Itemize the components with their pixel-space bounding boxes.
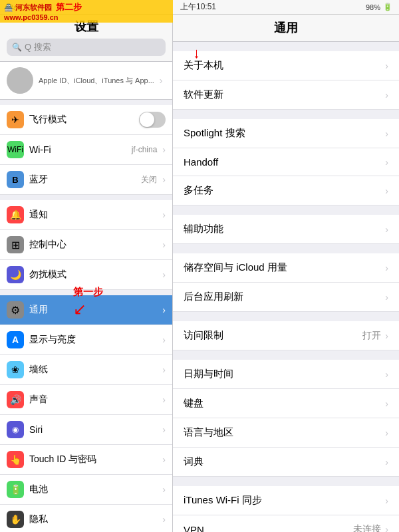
siri-icon: ◉ <box>7 421 24 438</box>
avatar <box>7 67 33 94</box>
sidebar-item-sound[interactable]: 🔊 声音 › <box>0 385 172 415</box>
multitask-label: 多任务 <box>184 184 385 197</box>
right-item-background[interactable]: 后台应用刷新 › <box>173 283 399 312</box>
wallpaper-chevron: › <box>162 364 166 375</box>
about-chevron: › <box>385 61 388 71</box>
wifi-icon: WiFi <box>7 141 24 158</box>
itunes-wifi-label: iTunes Wi-Fi 同步 <box>184 494 385 507</box>
touchid-icon: 👆 <box>7 451 24 468</box>
right-item-language[interactable]: 语言与地区 › <box>173 418 399 448</box>
sound-chevron: › <box>162 394 166 405</box>
sidebar-item-siri[interactable]: ◉ Siri › <box>0 415 172 445</box>
sidebar-section-connectivity: ✈ 飞行模式 WiFi Wi-Fi jf-china › B 蓝牙 关闭 › <box>0 105 172 195</box>
privacy-chevron: › <box>162 514 166 525</box>
display-icon: A <box>7 331 24 348</box>
restriction-value: 打开 <box>362 330 381 342</box>
sidebar-item-display[interactable]: A 显示与亮度 › <box>0 325 172 355</box>
general-icon: ⚙ <box>7 301 24 319</box>
sidebar-item-touchid[interactable]: 👆 Touch ID 与密码 › <box>0 445 172 475</box>
datetime-label: 日期与时间 <box>184 368 385 380</box>
spotlight-label: Spotlight 搜索 <box>184 127 385 140</box>
right-item-spotlight[interactable]: Spotlight 搜索 › <box>173 119 399 148</box>
language-label: 语言与地区 <box>184 426 385 439</box>
airplane-toggle[interactable] <box>139 112 166 128</box>
right-item-storage[interactable]: 储存空间与 iCloud 用量 › <box>173 253 399 283</box>
vpn-chevron: › <box>385 524 388 532</box>
dictionary-label: 词典 <box>184 456 385 468</box>
battery-text: 98% <box>366 3 380 11</box>
right-item-about[interactable]: 关于本机 › <box>173 51 399 80</box>
sidebar-item-bluetooth[interactable]: B 蓝牙 关闭 › <box>0 165 172 195</box>
sidebar-item-notification[interactable]: 🔔 通知 › <box>0 200 172 230</box>
right-item-vpn[interactable]: VPN 未连接 › <box>173 515 399 532</box>
right-section-about: ↓ 关于本机 › 软件更新 › <box>173 51 399 110</box>
sidebar-item-dnd[interactable]: 🌙 勿扰模式 › <box>0 260 172 290</box>
battery-icon: 🔋 <box>383 3 392 11</box>
dnd-label: 勿扰模式 <box>29 269 157 281</box>
status-right: 98% 🔋 <box>366 3 392 11</box>
sidebar-item-general[interactable]: ⚙ 通用 › <box>0 295 172 325</box>
status-bar: iPad ᠊ 上午10:51 98% 🔋 <box>0 0 399 15</box>
right-section-restriction: 访问限制 打开 › <box>173 321 399 350</box>
control-chevron: › <box>162 239 166 250</box>
right-item-dictionary[interactable]: 词典 › <box>173 448 399 477</box>
sidebar-header: 设置 🔍 Q 搜索 <box>0 15 172 62</box>
general-chevron: › <box>162 305 166 315</box>
right-section-accessibility: 辅助功能 › <box>173 215 399 244</box>
accessibility-label: 辅助功能 <box>184 223 385 235</box>
privacy-label: 隐私 <box>29 513 157 525</box>
right-item-keyboard[interactable]: 键盘 › <box>173 389 399 418</box>
dnd-icon: 🌙 <box>7 266 24 283</box>
accessibility-chevron: › <box>385 224 388 235</box>
background-label: 后台应用刷新 <box>184 291 385 303</box>
right-item-update[interactable]: 软件更新 › <box>173 80 399 110</box>
status-time: 上午10:51 <box>180 1 216 13</box>
right-item-restriction[interactable]: 访问限制 打开 › <box>173 321 399 350</box>
sidebar-item-privacy[interactable]: ✋ 隐私 › <box>0 505 172 532</box>
vpn-label: VPN <box>184 524 353 533</box>
notification-icon: 🔔 <box>7 206 24 223</box>
sidebar-item-wallpaper[interactable]: ❀ 墙纸 › <box>0 355 172 385</box>
storage-chevron: › <box>385 263 388 273</box>
handoff-chevron: › <box>385 157 388 168</box>
profile-row[interactable]: Apple ID、iCloud、iTunes 与 App... › <box>0 62 172 100</box>
display-chevron: › <box>162 334 166 345</box>
search-placeholder: Q 搜索 <box>25 41 51 53</box>
siri-chevron: › <box>162 424 166 435</box>
about-label: 关于本机 <box>184 59 385 72</box>
notification-chevron: › <box>162 209 166 220</box>
multitask-chevron: › <box>385 186 388 196</box>
sidebar-item-control[interactable]: ⊞ 控制中心 › <box>0 230 172 260</box>
bluetooth-icon: B <box>7 171 24 188</box>
right-item-multitask[interactable]: 多任务 › <box>173 176 399 205</box>
right-panel: 通用 ↓ 关于本机 › 软件更新 › Spotlight 搜索 › Handof… <box>173 15 399 532</box>
update-label: 软件更新 <box>184 88 385 101</box>
search-bar[interactable]: 🔍 Q 搜索 <box>7 39 166 56</box>
right-item-itunes-wifi[interactable]: iTunes Wi-Fi 同步 › <box>173 486 399 515</box>
right-section-itunes: iTunes Wi-Fi 同步 › VPN 未连接 › <box>173 486 399 532</box>
sidebar-item-battery[interactable]: 🔋 电池 › <box>0 475 172 505</box>
sound-icon: 🔊 <box>7 391 24 408</box>
profile-text: Apple ID、iCloud、iTunes 与 App... <box>39 76 154 86</box>
restriction-label: 访问限制 <box>184 329 362 342</box>
sidebar-section-general: ⚙ 通用 › A 显示与亮度 › ❀ 墙纸 › 🔊 声音 › ◉ Siri <box>0 295 172 532</box>
battery-chevron: › <box>162 484 166 495</box>
vpn-value: 未连接 <box>353 523 381 532</box>
right-item-handoff[interactable]: Handoff › <box>173 148 399 176</box>
sidebar-item-wifi[interactable]: WiFi Wi-Fi jf-china › <box>0 135 172 165</box>
touchid-label: Touch ID 与密码 <box>29 454 157 466</box>
touchid-chevron: › <box>162 454 166 465</box>
sound-label: 声音 <box>29 394 157 406</box>
storage-label: 储存空间与 iCloud 用量 <box>184 261 385 274</box>
battery-icon: 🔋 <box>7 481 24 498</box>
sidebar-item-airplane[interactable]: ✈ 飞行模式 <box>0 105 172 135</box>
restriction-chevron: › <box>385 331 388 341</box>
airplane-toggle-knob <box>140 112 154 127</box>
wifi-value: jf-china <box>132 145 158 154</box>
right-item-datetime[interactable]: 日期与时间 › <box>173 360 399 389</box>
spotlight-chevron: › <box>385 128 388 139</box>
right-item-accessibility[interactable]: 辅助功能 › <box>173 215 399 244</box>
carrier-text: iPad ᠊ <box>7 3 31 11</box>
battery-label: 电池 <box>29 483 157 495</box>
background-chevron: › <box>385 292 388 303</box>
